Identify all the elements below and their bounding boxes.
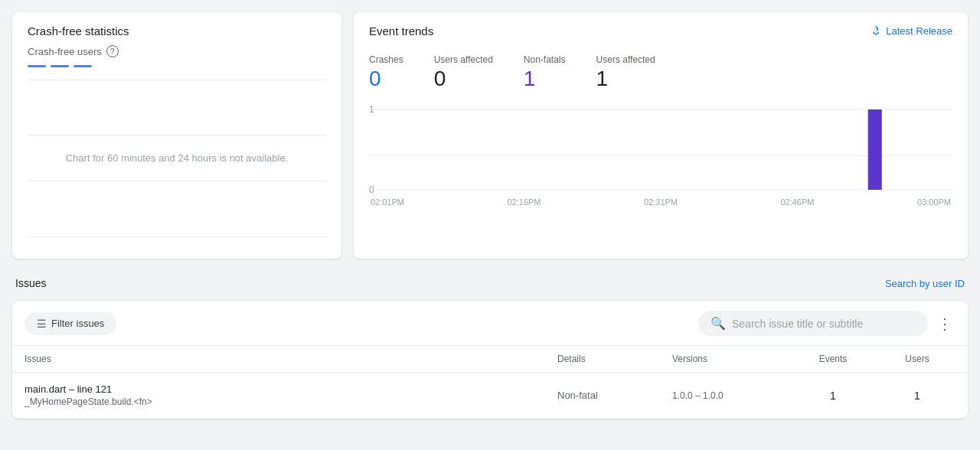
metric-users-label-1: Users affected xyxy=(434,54,493,65)
metric-nonfatals: Non-fatals 1 xyxy=(524,54,566,90)
chart-placeholder-text: Chart for 60 minutes and 24 hours is not… xyxy=(66,151,289,166)
crash-free-label: Crash-free users ? xyxy=(28,45,326,57)
crash-free-chart-placeholder: Chart for 60 minutes and 24 hours is not… xyxy=(28,90,326,227)
issue-info: main.dart – line 121 _MyHomePageState.bu… xyxy=(24,383,557,407)
search-by-user-link[interactable]: Search by user ID xyxy=(885,278,965,289)
x-label-4: 03:00PM xyxy=(917,197,951,207)
col-header-issues: Issues xyxy=(24,354,557,364)
col-header-details: Details xyxy=(557,354,672,364)
x-label-3: 02:46PM xyxy=(780,197,814,207)
crash-free-card: Crash-free statistics Crash-free users ?… xyxy=(12,12,341,259)
search-container: 🔍 Search issue title or subtitle ⋮ xyxy=(698,311,956,336)
issues-section: Issues Search by user ID ☰ Filter issues… xyxy=(0,265,980,419)
metric-users-affected-2: Users affected 1 xyxy=(596,54,655,90)
x-label-1: 02:16PM xyxy=(507,197,541,207)
metric-crashes-value: 0 xyxy=(369,68,403,90)
filter-icon: ☰ xyxy=(37,318,47,330)
issue-events: 1 xyxy=(787,390,879,402)
issues-title: Issues xyxy=(15,277,46,289)
dash-lines xyxy=(28,65,326,67)
metric-users-value-1: 0 xyxy=(434,68,493,90)
metric-crashes-label: Crashes xyxy=(369,54,403,65)
latest-release-link[interactable]: Latest Release xyxy=(870,24,952,37)
metric-users-label-2: Users affected xyxy=(596,54,655,65)
metric-users-value-2: 1 xyxy=(596,68,655,90)
search-icon: 🔍 xyxy=(710,316,726,331)
svg-rect-5 xyxy=(868,109,882,190)
metric-users-affected-1: Users affected 0 xyxy=(434,54,493,90)
col-header-users: Users xyxy=(879,354,956,364)
table-toolbar: ☰ Filter issues 🔍 Search issue title or … xyxy=(12,302,968,346)
dash-3 xyxy=(74,65,92,67)
event-trends-chart: 1 0 02:01PM 02:16PM 02:31PM 02:46PM 03:0… xyxy=(369,102,952,217)
svg-text:0: 0 xyxy=(369,184,374,194)
x-label-0: 02:01PM xyxy=(371,197,404,207)
chart-x-labels: 02:01PM 02:16PM 02:31PM 02:46PM 03:00PM xyxy=(369,197,952,207)
search-box[interactable]: 🔍 Search issue title or subtitle xyxy=(698,311,928,336)
filter-button-label: Filter issues xyxy=(51,318,104,329)
more-options-icon[interactable]: ⋮ xyxy=(934,311,956,336)
info-icon[interactable]: ? xyxy=(106,45,119,57)
col-header-events: Events xyxy=(787,354,879,364)
latest-release-label: Latest Release xyxy=(886,25,952,37)
metrics-row: Crashes 0 Users affected 0 Non-fatals 1 … xyxy=(369,54,952,90)
issues-header: Issues Search by user ID xyxy=(12,271,968,295)
metric-nonfatals-label: Non-fatals xyxy=(524,54,566,65)
issue-details: Non-fatal xyxy=(557,390,672,401)
search-input-placeholder: Search issue title or subtitle xyxy=(732,318,863,330)
svg-text:1: 1 xyxy=(369,104,374,115)
rocket-icon xyxy=(870,24,882,37)
crash-free-title: Crash-free statistics xyxy=(28,24,326,38)
issue-versions: 1.0.0 – 1.0.0 xyxy=(672,390,787,401)
issue-title: main.dart – line 121 xyxy=(24,383,557,395)
event-trends-card: Event trends Latest Release Crashes 0 Us… xyxy=(354,12,968,259)
issue-users: 1 xyxy=(879,390,956,402)
issue-subtitle: _MyHomePageState.build.<fn> xyxy=(24,396,557,407)
issues-table-container: ☰ Filter issues 🔍 Search issue title or … xyxy=(12,302,968,419)
col-header-versions: Versions xyxy=(672,354,787,364)
dash-1 xyxy=(28,65,46,67)
metric-crashes: Crashes 0 xyxy=(369,54,403,90)
table-header: Issues Details Versions Events Users xyxy=(12,346,968,373)
x-label-2: 02:31PM xyxy=(644,197,678,207)
table-row[interactable]: main.dart – line 121 _MyHomePageState.bu… xyxy=(12,373,968,419)
chart-svg: 1 0 xyxy=(369,102,952,194)
divider-2 xyxy=(28,236,326,237)
filter-issues-button[interactable]: ☰ Filter issues xyxy=(24,312,116,335)
dash-2 xyxy=(51,65,69,67)
divider-1 xyxy=(28,80,326,80)
event-trends-title: Event trends xyxy=(369,24,433,38)
metric-nonfatals-value: 1 xyxy=(524,68,566,90)
event-trends-header: Event trends Latest Release xyxy=(369,24,952,45)
